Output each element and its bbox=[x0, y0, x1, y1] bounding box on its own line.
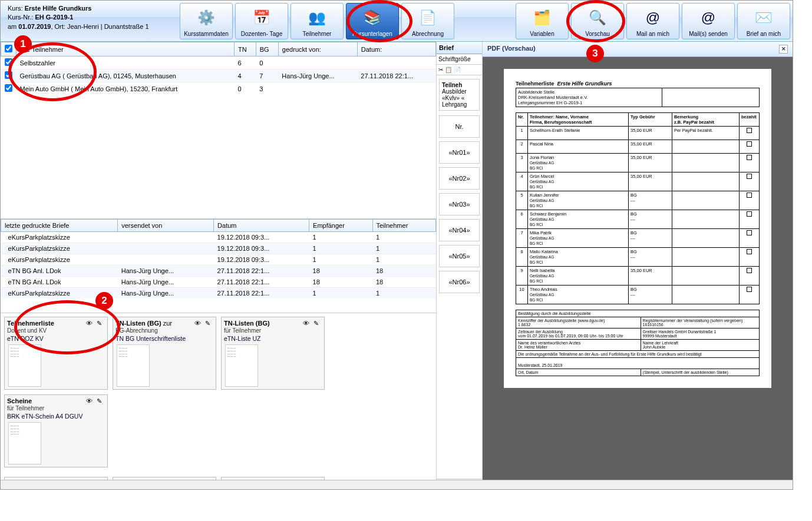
toolbar-dozenten-tage[interactable]: 📅Dozenten- Tage bbox=[235, 3, 288, 39]
kursstammdaten-icon: ⚙️ bbox=[196, 9, 216, 29]
toolbar-teilnehmer[interactable]: 👥Teilnehmer bbox=[291, 3, 344, 39]
doc-thumbnail[interactable]: — — —— — —— — —— — — bbox=[225, 344, 258, 387]
course-name: Erste Hilfe Grundkurs bbox=[25, 5, 92, 12]
col-header[interactable]: Datum: bbox=[357, 42, 435, 57]
scrollbar[interactable] bbox=[1, 480, 793, 489]
tn-count: 0 bbox=[235, 82, 256, 95]
eye-icon[interactable]: 👁 bbox=[86, 397, 94, 406]
table-row[interactable]: eTN BG Anl. LDokHans-Jürg Unge...27.11.2… bbox=[1, 277, 436, 288]
pdf-row: 2Pascal Nina35,00 EUR bbox=[516, 140, 760, 154]
table-row[interactable]: Gerüstbau AG ( Gerüstbau AG), 01245, Mus… bbox=[1, 69, 436, 82]
table-row[interactable]: eKursParkplatzskizze19.12.2018 09:3...11 bbox=[1, 232, 436, 243]
brief-tab[interactable]: Brief bbox=[437, 42, 482, 54]
pdf-preview-panel: PDF (Vorschau) ✕ Teilnehmerliste Erste H… bbox=[483, 42, 793, 489]
toolbar-kursunterlagen[interactable]: 📚Kursunterlagen bbox=[346, 3, 399, 39]
pencil-icon[interactable]: ✎ bbox=[97, 320, 105, 328]
col-header[interactable]: Empfänger bbox=[309, 220, 372, 232]
printed-by bbox=[278, 82, 357, 95]
doc-tile[interactable]: TN-Listen (BG)für Teilnehmer👁✎eTN-Liste … bbox=[221, 317, 325, 390]
pencil-icon[interactable]: ✎ bbox=[205, 320, 213, 328]
toolbar-brief-an-mich[interactable]: ✉️Brief an mich bbox=[737, 3, 790, 39]
doc-link[interactable]: TN BG Unterschriftenliste bbox=[115, 335, 213, 342]
nr-header: Nr. bbox=[439, 115, 480, 138]
pencil-icon[interactable]: ✎ bbox=[313, 320, 322, 328]
table-row[interactable]: Selbstzahler60 bbox=[1, 57, 436, 69]
label: Lehrgangsnummer bbox=[518, 100, 555, 105]
bg-count: 3 bbox=[256, 82, 278, 95]
table-row[interactable]: eKursParkplatzskizzeHans-Jürg Unge...27.… bbox=[1, 288, 436, 299]
table-row[interactable]: eKursParkplatzskizze19.12.2018 09:3...11 bbox=[1, 254, 436, 266]
toolbar-abrechnung[interactable]: 📄Abrechnung bbox=[401, 3, 454, 39]
pdf-row: 8Mailo KatarinaGerüstbau AGBG RCIBG--- bbox=[516, 248, 760, 267]
toolbar-mails-senden[interactable]: @Mail(s) senden bbox=[682, 3, 735, 39]
printed-date: 27.11.2018 22:1... bbox=[357, 69, 435, 82]
pencil-icon[interactable]: ✎ bbox=[97, 397, 105, 406]
col-header[interactable]: letzte gedruckte Briefe bbox=[1, 220, 118, 232]
eye-icon[interactable]: 👁 bbox=[194, 320, 203, 328]
doc-link[interactable]: eTN DOZ KV bbox=[7, 335, 105, 342]
left-panel: alle TeilnehmerTNBGgedruckt von:Datum: S… bbox=[1, 42, 437, 489]
doc-tile[interactable]: TN-Listen (BG) zurBG-Abrechnung👁✎TN BG U… bbox=[113, 317, 216, 390]
pdf-row: 7Mika PatrikGerüstbau AGBG RCIBG--- bbox=[516, 229, 760, 248]
paid-checkbox bbox=[747, 211, 752, 217]
group-name: Gerüstbau AG ( Gerüstbau AG), 01245, Mus… bbox=[16, 69, 235, 82]
table-row[interactable]: eKursParkplatzskizze19.12.2018 09:3...11 bbox=[1, 243, 436, 254]
doc-thumbnail[interactable]: — — —— — —— — —— — — bbox=[117, 344, 150, 387]
abrechnung-icon: 📄 bbox=[418, 9, 438, 29]
row-checkbox[interactable] bbox=[5, 71, 12, 79]
pdf-viewport[interactable]: Teilnehmerliste Erste Hilfe Grundkurs Au… bbox=[483, 57, 793, 489]
toolbar-label: Vorschau bbox=[585, 31, 610, 37]
doc-title: Teilnehmerliste bbox=[516, 81, 554, 87]
toolbar-vorschau[interactable]: 🔍Vorschau bbox=[571, 3, 624, 39]
toolbar-label: Abrechnung bbox=[412, 31, 444, 37]
font-size-label: Schriftgröße bbox=[437, 54, 482, 65]
col-header[interactable]: versendet von bbox=[118, 220, 214, 232]
course-location: Jean-Henri | Dunantstraße 1 bbox=[67, 23, 149, 30]
toolbar-variablen[interactable]: 🗂️Variablen bbox=[516, 3, 569, 39]
bg-count: 7 bbox=[256, 69, 278, 82]
paid-checkbox bbox=[747, 155, 752, 160]
pdf-title: PDF (Vorschau) bbox=[487, 45, 536, 54]
nr-cell: «Nr01» bbox=[439, 141, 480, 164]
eye-icon[interactable]: 👁 bbox=[86, 320, 94, 328]
label: Kurs: bbox=[8, 5, 23, 12]
row-checkbox[interactable] bbox=[5, 84, 12, 92]
toolbar-kursstammdaten[interactable]: ⚙️Kursstammdaten bbox=[180, 3, 233, 39]
paid-checkbox bbox=[747, 128, 752, 133]
eye-icon[interactable]: 👁 bbox=[303, 320, 311, 328]
table-row[interactable]: Mein Auto GmbH ( Mein Auto GmbH), 15230,… bbox=[1, 82, 436, 95]
label: «Kvlv» « bbox=[442, 95, 464, 101]
dozenten-tage-icon: 📅 bbox=[252, 9, 272, 29]
doc-link[interactable]: BRK eTN-Schein A4 DGUV bbox=[7, 413, 105, 420]
toolbar-label: Kursstammdaten bbox=[184, 31, 229, 37]
pdf-row: 9Nelli IsabellaGerüstbau AGBG RCI35,00 E… bbox=[516, 267, 760, 286]
select-all-checkbox[interactable] bbox=[5, 45, 12, 52]
col-header[interactable]: BG bbox=[256, 42, 278, 57]
doc-link[interactable]: eTN-Liste UZ bbox=[224, 335, 322, 342]
table-row[interactable]: eTN BG Anl. LDokHans-Jürg Unge...27.11.2… bbox=[1, 266, 436, 277]
close-icon[interactable]: ✕ bbox=[779, 45, 788, 54]
mail-an-mich-icon: @ bbox=[643, 9, 663, 29]
row-checkbox[interactable] bbox=[5, 58, 12, 66]
doc-thumbnail[interactable]: — — —— — —— — —— — — bbox=[8, 422, 41, 464]
col-header[interactable]: gedruckt von: bbox=[278, 42, 357, 57]
col-header[interactable]: Teilnehmer bbox=[372, 220, 436, 232]
paid-checkbox bbox=[747, 174, 752, 179]
edit-toolbar: ✂ 📋 📄 bbox=[437, 65, 482, 75]
toolbar: ⚙️Kursstammdaten📅Dozenten- Tage👥Teilnehm… bbox=[177, 1, 793, 41]
nr-cell: «Nr02» bbox=[439, 167, 480, 190]
toolbar-label: Mail(s) senden bbox=[689, 31, 728, 37]
doc-thumbnail[interactable]: — — —— — —— — —— — — bbox=[8, 344, 41, 387]
doc-tile[interactable]: TeilnehmerlisteDozent und KV👁✎eTN DOZ KV… bbox=[4, 317, 108, 390]
toolbar-label: Kursunterlagen bbox=[352, 31, 392, 37]
toolbar-mail-an-mich[interactable]: @Mail an mich bbox=[626, 3, 679, 39]
pdf-row: 5Kulian JenniferGerüstbau AGBG RCIBG--- bbox=[516, 191, 760, 210]
doc-tile[interactable]: Scheinefür Teilnehmer👁✎BRK eTN-Schein A4… bbox=[4, 394, 108, 467]
col-header[interactable]: alle Teilnehmer bbox=[16, 42, 235, 57]
printed-by: Hans-Jürg Unge... bbox=[278, 69, 357, 82]
col-header[interactable]: TN bbox=[235, 42, 256, 57]
paid-checkbox bbox=[747, 249, 752, 254]
col-header[interactable]: Datum bbox=[214, 220, 309, 232]
nr-cell: «Nr05» bbox=[439, 245, 480, 267]
col-header[interactable] bbox=[1, 42, 16, 57]
